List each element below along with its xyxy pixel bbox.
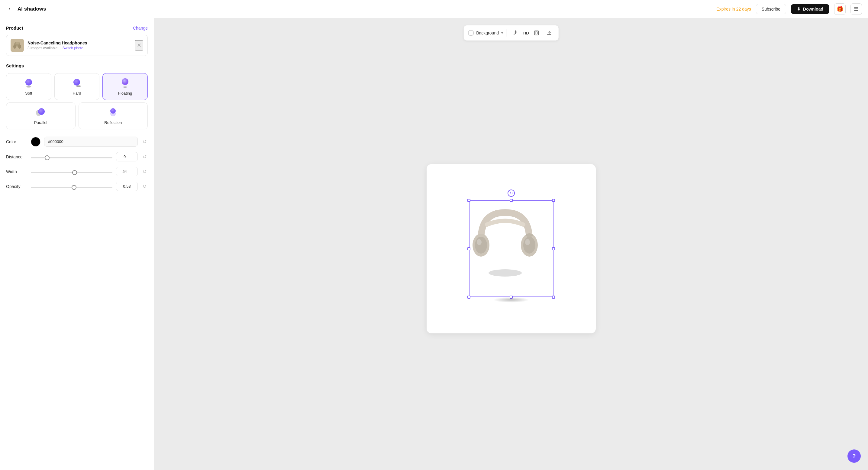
svg-point-9: [76, 86, 81, 87]
gift-button[interactable]: 🎁: [834, 3, 846, 15]
svg-point-21: [523, 237, 535, 254]
svg-rect-16: [534, 31, 539, 35]
help-icon: ?: [852, 453, 856, 460]
shadow-type-reflection[interactable]: Reflection: [79, 102, 148, 129]
svg-point-22: [526, 233, 533, 237]
opacity-number-input[interactable]: [116, 182, 138, 191]
handle-bot-right[interactable]: [552, 296, 555, 299]
rotate-handle[interactable]: ↻: [507, 189, 515, 197]
handle-mid-left[interactable]: [467, 247, 470, 250]
magic-wand-icon: [513, 30, 519, 36]
product-image: [469, 200, 541, 279]
toolbar-divider-1: [507, 29, 507, 36]
opacity-slider-wrap: [31, 184, 113, 189]
svg-point-19: [475, 237, 487, 254]
svg-point-13: [38, 108, 45, 115]
expires-text: Expires in 22 days: [716, 7, 751, 11]
opacity-reset-button[interactable]: ↺: [142, 182, 148, 190]
floating-shadow: [493, 297, 529, 302]
back-button[interactable]: ‹: [6, 4, 13, 13]
frame-button[interactable]: [531, 28, 542, 38]
handle-bot-left[interactable]: [467, 296, 470, 299]
product-thumb-image: [10, 39, 24, 52]
hd-label[interactable]: HD: [523, 31, 529, 35]
shadow-type-floating[interactable]: Floating: [102, 73, 148, 100]
svg-point-24: [525, 239, 530, 245]
download-button[interactable]: ⬇ Download: [791, 4, 829, 14]
upload-button[interactable]: [544, 28, 554, 38]
distance-label: Distance: [6, 154, 27, 159]
svg-point-15: [110, 111, 116, 116]
svg-point-25: [489, 269, 522, 276]
menu-button[interactable]: ☰: [850, 3, 862, 15]
parallel-shadow-icon: [35, 107, 46, 118]
soft-shadow-icon: [23, 78, 34, 89]
opacity-label: Opacity: [6, 184, 27, 189]
menu-icon: ☰: [854, 6, 859, 12]
svg-point-10: [122, 78, 128, 85]
frame-icon: [534, 30, 539, 36]
canvas-card: ↻: [427, 164, 596, 333]
product-name: Noise-Canceling Headphones: [28, 40, 131, 45]
magic-wand-button[interactable]: [510, 28, 521, 38]
hard-shadow-icon: [71, 78, 82, 89]
color-reset-button[interactable]: ↺: [142, 138, 148, 146]
svg-point-7: [27, 86, 31, 87]
shadow-type-grid-2: Parallel Reflection: [6, 102, 148, 129]
color-swatch[interactable]: [31, 137, 40, 147]
subscribe-button[interactable]: Subscribe: [756, 4, 786, 14]
handle-top-mid[interactable]: [510, 199, 513, 202]
width-label: Width: [6, 169, 27, 174]
shadow-type-hard[interactable]: Hard: [54, 73, 100, 100]
distance-number-input[interactable]: [116, 152, 138, 161]
reflection-shadow-icon: [107, 107, 118, 118]
shadow-type-parallel[interactable]: Parallel: [6, 102, 75, 129]
shadow-type-soft[interactable]: Soft: [6, 73, 51, 100]
canvas-toolbar: Background ▾ HD: [463, 25, 559, 40]
settings-title: Settings: [6, 63, 148, 68]
width-reset-button[interactable]: ↺: [142, 168, 148, 176]
remove-product-button[interactable]: ✕: [135, 40, 143, 51]
opacity-slider[interactable]: [31, 187, 113, 188]
width-slider[interactable]: [31, 172, 113, 173]
bg-color-circle: [468, 30, 474, 36]
floating-shadow-icon: [120, 78, 130, 89]
handle-mid-right[interactable]: [552, 247, 555, 250]
handle-top-right[interactable]: [552, 199, 555, 202]
product-thumbnail: [10, 39, 24, 52]
product-sub: 3 images available | Switch photo: [28, 46, 131, 50]
help-button[interactable]: ?: [847, 449, 861, 463]
app-title: AI shadows: [18, 6, 712, 12]
product-card: Noise-Canceling Headphones 3 images avai…: [6, 35, 148, 56]
svg-rect-17: [535, 32, 538, 34]
width-slider-wrap: [31, 169, 113, 174]
svg-point-8: [73, 79, 80, 86]
gift-icon: 🎁: [837, 6, 843, 12]
distance-reset-button[interactable]: ↺: [142, 153, 148, 161]
sidebar: Product Change Noise-Canceling Headphone…: [0, 18, 154, 470]
width-control: Width ↺: [6, 167, 148, 176]
handle-top-left[interactable]: [467, 199, 470, 202]
upload-icon: [547, 30, 552, 36]
svg-rect-4: [16, 42, 19, 44]
product-info: Noise-Canceling Headphones 3 images avai…: [28, 40, 131, 50]
distance-slider[interactable]: [31, 157, 113, 158]
color-label: Color: [6, 139, 27, 144]
product-image-container[interactable]: ↻: [469, 200, 554, 297]
svg-point-3: [18, 45, 21, 49]
distance-slider-wrap: [31, 154, 113, 159]
color-control: Color ↺: [6, 137, 148, 147]
shadow-type-grid: Soft Hard Floating: [6, 73, 148, 100]
bg-label: Background: [476, 31, 499, 35]
svg-point-11: [123, 86, 127, 88]
change-link[interactable]: Change: [133, 26, 148, 31]
download-icon: ⬇: [797, 7, 801, 11]
svg-point-23: [477, 239, 482, 245]
canvas-area: Background ▾ HD: [154, 18, 868, 470]
switch-photo-link[interactable]: Switch photo: [63, 46, 83, 50]
svg-point-5: [25, 79, 32, 86]
width-number-input[interactable]: [116, 167, 138, 176]
opacity-control: Opacity ↺: [6, 182, 148, 191]
color-input[interactable]: [44, 137, 138, 147]
background-selector[interactable]: Background ▾: [468, 30, 503, 36]
